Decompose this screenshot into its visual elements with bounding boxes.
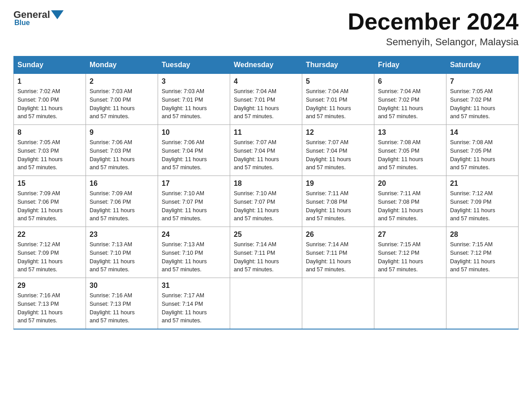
location-text: Semenyih, Selangor, Malaysia bbox=[348, 36, 519, 48]
calendar-cell: 20 Sunrise: 7:11 AMSunset: 7:08 PMDaylig… bbox=[374, 176, 446, 227]
day-info: Sunrise: 7:03 AMSunset: 7:00 PMDaylight:… bbox=[90, 88, 135, 120]
day-info: Sunrise: 7:04 AMSunset: 7:01 PMDaylight:… bbox=[306, 88, 351, 120]
calendar-cell: 8 Sunrise: 7:05 AMSunset: 7:03 PMDayligh… bbox=[14, 125, 86, 176]
day-info: Sunrise: 7:16 AMSunset: 7:13 PMDaylight:… bbox=[90, 292, 135, 324]
day-number: 13 bbox=[378, 128, 442, 137]
calendar-cell: 13 Sunrise: 7:08 AMSunset: 7:05 PMDaylig… bbox=[374, 125, 446, 176]
page-header: General Blue December 2024 Semenyih, Sel… bbox=[13, 9, 519, 48]
day-number: 24 bbox=[162, 231, 226, 239]
day-info: Sunrise: 7:08 AMSunset: 7:05 PMDaylight:… bbox=[450, 139, 495, 171]
day-number: 29 bbox=[17, 282, 82, 290]
header-sunday: Sunday bbox=[14, 56, 86, 74]
calendar-cell: 29 Sunrise: 7:16 AMSunset: 7:13 PMDaylig… bbox=[14, 278, 86, 330]
calendar-cell: 28 Sunrise: 7:15 AMSunset: 7:12 PMDaylig… bbox=[446, 227, 519, 278]
calendar-cell: 5 Sunrise: 7:04 AMSunset: 7:01 PMDayligh… bbox=[302, 74, 374, 125]
day-number: 15 bbox=[17, 180, 82, 188]
day-number: 8 bbox=[17, 128, 82, 137]
day-number: 4 bbox=[234, 77, 298, 86]
day-info: Sunrise: 7:17 AMSunset: 7:14 PMDaylight:… bbox=[162, 292, 207, 324]
calendar-week-row: 15 Sunrise: 7:09 AMSunset: 7:06 PMDaylig… bbox=[14, 176, 519, 227]
calendar-cell: 3 Sunrise: 7:03 AMSunset: 7:01 PMDayligh… bbox=[158, 74, 230, 125]
day-number: 16 bbox=[90, 180, 154, 188]
day-info: Sunrise: 7:02 AMSunset: 7:00 PMDaylight:… bbox=[17, 88, 63, 120]
day-number: 6 bbox=[378, 77, 442, 86]
calendar-header-row: SundayMondayTuesdayWednesdayThursdayFrid… bbox=[14, 56, 519, 74]
calendar-week-row: 1 Sunrise: 7:02 AMSunset: 7:00 PMDayligh… bbox=[14, 74, 519, 125]
day-info: Sunrise: 7:05 AMSunset: 7:02 PMDaylight:… bbox=[450, 88, 495, 120]
day-info: Sunrise: 7:11 AMSunset: 7:08 PMDaylight:… bbox=[306, 190, 351, 222]
day-info: Sunrise: 7:06 AMSunset: 7:04 PMDaylight:… bbox=[162, 139, 207, 171]
calendar-cell bbox=[302, 278, 374, 330]
calendar-cell: 9 Sunrise: 7:06 AMSunset: 7:03 PMDayligh… bbox=[86, 125, 158, 176]
calendar-table: SundayMondayTuesdayWednesdayThursdayFrid… bbox=[13, 56, 519, 330]
day-info: Sunrise: 7:14 AMSunset: 7:11 PMDaylight:… bbox=[234, 241, 279, 273]
calendar-cell bbox=[446, 278, 519, 330]
day-number: 30 bbox=[90, 282, 154, 290]
calendar-cell: 18 Sunrise: 7:10 AMSunset: 7:07 PMDaylig… bbox=[230, 176, 302, 227]
calendar-cell bbox=[230, 278, 302, 330]
calendar-cell: 31 Sunrise: 7:17 AMSunset: 7:14 PMDaylig… bbox=[158, 278, 230, 330]
day-info: Sunrise: 7:16 AMSunset: 7:13 PMDaylight:… bbox=[17, 292, 63, 324]
calendar-cell: 19 Sunrise: 7:11 AMSunset: 7:08 PMDaylig… bbox=[302, 176, 374, 227]
day-number: 3 bbox=[162, 77, 226, 86]
day-number: 27 bbox=[378, 231, 442, 239]
day-number: 2 bbox=[90, 77, 154, 86]
day-number: 9 bbox=[90, 128, 154, 137]
day-info: Sunrise: 7:15 AMSunset: 7:12 PMDaylight:… bbox=[450, 241, 495, 273]
calendar-cell: 21 Sunrise: 7:12 AMSunset: 7:09 PMDaylig… bbox=[446, 176, 519, 227]
day-number: 5 bbox=[306, 77, 370, 86]
logo: General Blue bbox=[13, 9, 64, 27]
calendar-cell: 10 Sunrise: 7:06 AMSunset: 7:04 PMDaylig… bbox=[158, 125, 230, 176]
month-title: December 2024 bbox=[348, 9, 519, 34]
day-info: Sunrise: 7:15 AMSunset: 7:12 PMDaylight:… bbox=[378, 241, 423, 273]
day-number: 12 bbox=[306, 128, 370, 137]
day-number: 21 bbox=[450, 180, 515, 188]
day-number: 17 bbox=[162, 180, 226, 188]
day-info: Sunrise: 7:09 AMSunset: 7:06 PMDaylight:… bbox=[17, 190, 63, 222]
day-info: Sunrise: 7:05 AMSunset: 7:03 PMDaylight:… bbox=[17, 139, 63, 171]
header-monday: Monday bbox=[86, 56, 158, 74]
day-number: 18 bbox=[234, 180, 298, 188]
header-thursday: Thursday bbox=[302, 56, 374, 74]
day-number: 28 bbox=[450, 231, 515, 239]
calendar-cell: 23 Sunrise: 7:13 AMSunset: 7:10 PMDaylig… bbox=[86, 227, 158, 278]
day-number: 20 bbox=[378, 180, 442, 188]
day-info: Sunrise: 7:10 AMSunset: 7:07 PMDaylight:… bbox=[162, 190, 207, 222]
day-info: Sunrise: 7:04 AMSunset: 7:01 PMDaylight:… bbox=[234, 88, 279, 120]
day-info: Sunrise: 7:12 AMSunset: 7:09 PMDaylight:… bbox=[17, 241, 63, 273]
header-wednesday: Wednesday bbox=[230, 56, 302, 74]
calendar-cell: 2 Sunrise: 7:03 AMSunset: 7:00 PMDayligh… bbox=[86, 74, 158, 125]
calendar-cell: 12 Sunrise: 7:07 AMSunset: 7:04 PMDaylig… bbox=[302, 125, 374, 176]
day-info: Sunrise: 7:04 AMSunset: 7:02 PMDaylight:… bbox=[378, 88, 423, 120]
calendar-cell: 6 Sunrise: 7:04 AMSunset: 7:02 PMDayligh… bbox=[374, 74, 446, 125]
calendar-cell: 30 Sunrise: 7:16 AMSunset: 7:13 PMDaylig… bbox=[86, 278, 158, 330]
day-info: Sunrise: 7:11 AMSunset: 7:08 PMDaylight:… bbox=[378, 190, 423, 222]
title-block: December 2024 Semenyih, Selangor, Malays… bbox=[348, 9, 519, 48]
day-number: 7 bbox=[450, 77, 515, 86]
calendar-cell: 17 Sunrise: 7:10 AMSunset: 7:07 PMDaylig… bbox=[158, 176, 230, 227]
calendar-cell: 24 Sunrise: 7:13 AMSunset: 7:10 PMDaylig… bbox=[158, 227, 230, 278]
day-info: Sunrise: 7:07 AMSunset: 7:04 PMDaylight:… bbox=[234, 139, 279, 171]
logo-blue-text: Blue bbox=[14, 19, 30, 27]
day-info: Sunrise: 7:09 AMSunset: 7:06 PMDaylight:… bbox=[90, 190, 135, 222]
day-info: Sunrise: 7:03 AMSunset: 7:01 PMDaylight:… bbox=[162, 88, 207, 120]
day-info: Sunrise: 7:14 AMSunset: 7:11 PMDaylight:… bbox=[306, 241, 351, 273]
header-tuesday: Tuesday bbox=[158, 56, 230, 74]
day-number: 23 bbox=[90, 231, 154, 239]
day-info: Sunrise: 7:12 AMSunset: 7:09 PMDaylight:… bbox=[450, 190, 495, 222]
day-number: 11 bbox=[234, 128, 298, 137]
day-number: 31 bbox=[162, 282, 226, 290]
calendar-cell: 14 Sunrise: 7:08 AMSunset: 7:05 PMDaylig… bbox=[446, 125, 519, 176]
day-info: Sunrise: 7:06 AMSunset: 7:03 PMDaylight:… bbox=[90, 139, 135, 171]
day-info: Sunrise: 7:13 AMSunset: 7:10 PMDaylight:… bbox=[90, 241, 135, 273]
calendar-cell: 27 Sunrise: 7:15 AMSunset: 7:12 PMDaylig… bbox=[374, 227, 446, 278]
day-info: Sunrise: 7:08 AMSunset: 7:05 PMDaylight:… bbox=[378, 139, 423, 171]
calendar-cell: 25 Sunrise: 7:14 AMSunset: 7:11 PMDaylig… bbox=[230, 227, 302, 278]
day-number: 22 bbox=[17, 231, 82, 239]
day-number: 1 bbox=[17, 77, 82, 86]
day-info: Sunrise: 7:10 AMSunset: 7:07 PMDaylight:… bbox=[234, 190, 279, 222]
calendar-week-row: 8 Sunrise: 7:05 AMSunset: 7:03 PMDayligh… bbox=[14, 125, 519, 176]
day-number: 19 bbox=[306, 180, 370, 188]
day-number: 26 bbox=[306, 231, 370, 239]
calendar-week-row: 29 Sunrise: 7:16 AMSunset: 7:13 PMDaylig… bbox=[14, 278, 519, 330]
